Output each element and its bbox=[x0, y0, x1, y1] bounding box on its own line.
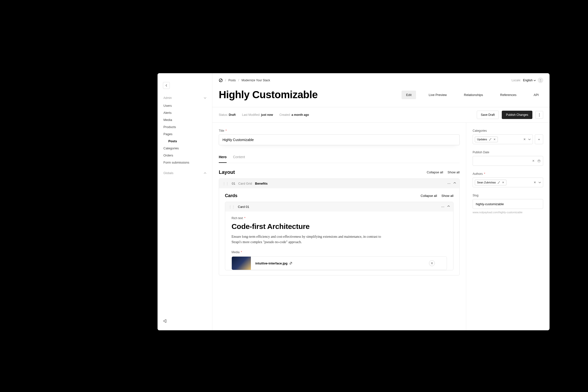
nav-item-posts[interactable]: Posts bbox=[163, 138, 206, 145]
layout-show-all[interactable]: Show all bbox=[448, 170, 460, 174]
nav-item-alerts[interactable]: Alerts bbox=[163, 109, 206, 116]
richtext-editor[interactable]: Code-first Architecture Ensure long-term… bbox=[232, 222, 447, 244]
more-actions-button[interactable] bbox=[535, 111, 543, 119]
publish-button[interactable]: Publish Changes bbox=[502, 111, 532, 119]
title-input[interactable] bbox=[219, 134, 460, 145]
dropdown-button[interactable] bbox=[538, 181, 541, 184]
status-field: Status: Draft bbox=[219, 113, 236, 116]
tab-live-preview[interactable]: Live Preview bbox=[424, 90, 451, 99]
nav-item-form-submissions[interactable]: Form submissions bbox=[163, 159, 206, 166]
block-header[interactable]: ⋮⋮ 01 Card Grid Benefits ⋯ bbox=[219, 179, 459, 188]
richtext-label: Rich text * bbox=[232, 216, 447, 220]
editor-tab-hero[interactable]: Hero bbox=[219, 152, 227, 163]
block-more-button[interactable]: ⋯ bbox=[447, 182, 450, 185]
locale-selector[interactable]: English bbox=[523, 78, 536, 82]
categories-field[interactable]: Updates ✕ ✕ bbox=[473, 134, 533, 144]
calendar-icon bbox=[537, 160, 540, 162]
svg-rect-6 bbox=[538, 160, 540, 162]
pill-edit-button[interactable] bbox=[498, 181, 500, 184]
nav-group-globals[interactable]: Globals bbox=[163, 170, 206, 176]
pill-remove-button[interactable]: ✕ bbox=[493, 138, 496, 141]
media-label: Media * bbox=[232, 250, 447, 254]
drag-handle-icon[interactable]: ⋮⋮ bbox=[229, 205, 235, 208]
slug-input[interactable] bbox=[473, 199, 543, 209]
authors-field[interactable]: Sean Zubrickas ✕ ✕ bbox=[473, 178, 543, 187]
clear-date-button[interactable]: ✕ bbox=[532, 159, 534, 162]
kebab-icon bbox=[539, 113, 540, 116]
cards-heading: Cards bbox=[225, 193, 237, 198]
editor-tab-content[interactable]: Content bbox=[233, 152, 245, 163]
breadcrumb-current[interactable]: Modernize Your Stack bbox=[242, 78, 270, 82]
add-category-button[interactable]: ＋ bbox=[535, 134, 543, 144]
page-title: Highly Customizable bbox=[219, 89, 318, 101]
nav-item-pages[interactable]: Pages bbox=[163, 130, 206, 138]
clear-field-button[interactable]: ✕ bbox=[534, 181, 536, 184]
meta-panel: Categories Updates ✕ ✕ bbox=[466, 123, 549, 330]
nav-item-users[interactable]: Users bbox=[163, 102, 206, 109]
chevron-left-icon bbox=[165, 84, 168, 87]
locale-value: English bbox=[523, 78, 533, 82]
media-filename: intuitive-interface.jpg bbox=[251, 262, 297, 265]
card-name: Card 01 bbox=[238, 205, 249, 208]
layout-collapse-all[interactable]: Collapse all bbox=[427, 170, 443, 174]
edit-icon bbox=[489, 138, 491, 140]
nav-item-products[interactable]: Products bbox=[163, 124, 206, 130]
nav-item-orders[interactable]: Orders bbox=[163, 152, 206, 159]
tab-edit[interactable]: Edit bbox=[402, 90, 416, 99]
layout-heading: Layout bbox=[219, 170, 235, 175]
svg-line-1 bbox=[220, 79, 222, 82]
media-remove-button[interactable] bbox=[429, 260, 435, 266]
cards-show-all[interactable]: Show all bbox=[441, 194, 453, 198]
tab-api[interactable]: API bbox=[529, 90, 543, 99]
topbar: / Posts / Modernize Your Stack Locale: E… bbox=[212, 76, 549, 85]
sidebar: Admin Users Alerts Media Products Pages … bbox=[158, 73, 212, 330]
drag-handle-icon[interactable]: ⋮⋮ bbox=[222, 182, 229, 185]
publish-date-field[interactable]: ✕ bbox=[473, 156, 543, 166]
richtext-body: Ensure long-term efficiency and cost-eff… bbox=[232, 234, 388, 244]
clear-field-button[interactable]: ✕ bbox=[523, 138, 526, 141]
locale-area: Locale: English bbox=[511, 78, 543, 83]
close-icon bbox=[431, 262, 433, 264]
block-collapse-button[interactable] bbox=[453, 182, 456, 185]
calendar-button[interactable] bbox=[537, 160, 540, 162]
chevron-up-icon bbox=[447, 205, 450, 208]
breadcrumbs: / Posts / Modernize Your Stack bbox=[219, 78, 270, 82]
locale-label: Locale: bbox=[511, 78, 521, 82]
user-icon bbox=[539, 79, 542, 82]
block-number: 01 bbox=[232, 182, 235, 185]
logout-button[interactable] bbox=[163, 319, 167, 323]
authors-label: Authors * bbox=[473, 172, 543, 176]
pill-remove-button[interactable]: ✕ bbox=[502, 181, 504, 184]
breadcrumb-posts[interactable]: Posts bbox=[228, 78, 236, 82]
nav-item-media[interactable]: Media bbox=[163, 116, 206, 124]
card-more-button[interactable]: ⋯ bbox=[441, 205, 444, 208]
created-field: Created: a month ago bbox=[279, 113, 309, 116]
logout-icon bbox=[163, 319, 167, 323]
tab-references[interactable]: References bbox=[496, 90, 521, 99]
user-avatar[interactable] bbox=[538, 78, 543, 83]
card-header[interactable]: ⋮⋮ Card 01 ⋯ bbox=[225, 202, 453, 212]
nav-item-categories[interactable]: Categories bbox=[163, 145, 206, 152]
save-draft-button[interactable]: Save Draft bbox=[477, 111, 499, 119]
richtext-heading: Code-first Architecture bbox=[232, 222, 447, 231]
chevron-down-icon bbox=[538, 181, 541, 184]
dropdown-button[interactable] bbox=[528, 138, 531, 140]
chevron-up-icon bbox=[453, 182, 456, 184]
sidebar-collapse-button[interactable] bbox=[163, 82, 170, 89]
card-collapse-button[interactable] bbox=[447, 205, 450, 208]
app-window: Admin Users Alerts Media Products Pages … bbox=[158, 73, 549, 330]
media-field[interactable]: intuitive-interface.jpg bbox=[232, 256, 447, 270]
slug-label: Slug bbox=[473, 194, 543, 197]
nav-group-label: Globals bbox=[163, 172, 174, 175]
editor-panel: Title * Hero Content Layout Collapse all… bbox=[212, 123, 466, 330]
category-pill: Updates ✕ bbox=[475, 136, 498, 142]
categories-label: Categories bbox=[473, 129, 543, 132]
chevron-up-icon bbox=[204, 172, 206, 174]
cards-collapse-all[interactable]: Collapse all bbox=[421, 194, 437, 198]
nav-group-admin[interactable]: Admin bbox=[163, 95, 206, 101]
tab-relationships[interactable]: Relationships bbox=[460, 90, 487, 99]
layout-block: ⋮⋮ 01 Card Grid Benefits ⋯ Cards bbox=[219, 178, 460, 276]
pill-edit-button[interactable] bbox=[489, 138, 491, 140]
publish-date-label: Publish Date bbox=[473, 150, 543, 154]
app-logo-icon bbox=[219, 78, 223, 82]
